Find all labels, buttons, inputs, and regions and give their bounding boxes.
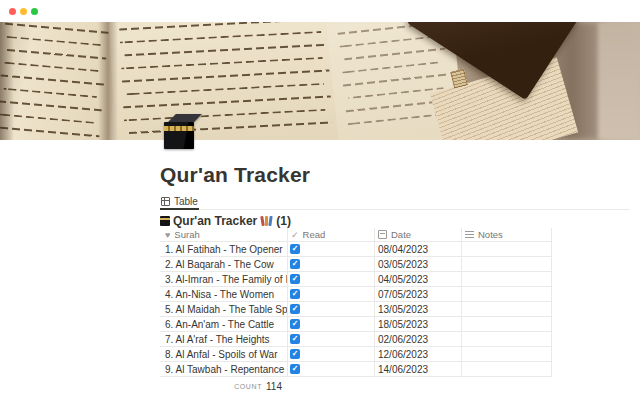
table-row[interactable]: 1. Al Fatihah - The Opener 08/04/2023 xyxy=(160,242,552,257)
read-cell xyxy=(288,257,375,271)
page-title: Qur'an Tracker xyxy=(160,162,632,187)
read-checkbox[interactable] xyxy=(290,319,300,329)
notes-cell[interactable] xyxy=(462,272,552,286)
surah-cell[interactable]: 1. Al Fatihah - The Opener xyxy=(160,242,288,256)
surah-cell[interactable]: 6. An-An'am - The Cattle xyxy=(160,317,288,331)
cover-script-line xyxy=(124,44,328,57)
surah-cell[interactable]: 5. Al Maidah - The Table Spread xyxy=(160,302,288,316)
tab-table[interactable]: Table xyxy=(160,194,199,210)
table-row[interactable]: 6. An-An'am - The Cattle 18/05/2023 xyxy=(160,317,552,332)
cover-script-line xyxy=(0,74,104,85)
read-cell xyxy=(288,242,375,256)
date-cell[interactable]: 04/05/2023 xyxy=(375,272,462,286)
date-cell[interactable]: 08/04/2023 xyxy=(375,242,462,256)
cover-script-line xyxy=(344,48,446,61)
read-checkbox[interactable] xyxy=(290,349,300,359)
table-row[interactable]: 9. Al Tawbah - Repentance 14/06/2023 xyxy=(160,362,552,377)
page-content: Qur'an Tracker Table Qur'an Tracker (1) … xyxy=(160,140,632,392)
cover-edge-shadow xyxy=(0,22,14,140)
table-row[interactable]: 5. Al Maidah - The Table Spread 13/05/20… xyxy=(160,302,552,317)
notes-cell[interactable] xyxy=(462,317,552,331)
notes-cell[interactable] xyxy=(462,242,552,256)
date-cell[interactable]: 07/05/2023 xyxy=(375,287,462,301)
cover-background-strip xyxy=(598,22,640,140)
cover-spine-shadow xyxy=(98,22,118,140)
notes-cell[interactable] xyxy=(462,362,552,376)
date-cell[interactable]: 13/05/2023 xyxy=(375,302,462,316)
date-cell[interactable]: 14/06/2023 xyxy=(375,362,462,376)
column-label: Surah xyxy=(174,229,199,240)
view-tabs-bar: Table xyxy=(160,193,630,210)
notes-cell[interactable] xyxy=(462,287,552,301)
close-window-button[interactable] xyxy=(9,8,16,15)
table-row[interactable]: 3. Al-Imran - The Family of Imran 04/05/… xyxy=(160,272,552,287)
cover-script-line xyxy=(4,36,102,47)
cover-script-line xyxy=(347,113,447,125)
count-label: COUNT xyxy=(234,383,262,390)
read-cell xyxy=(288,347,375,361)
cover-script-line xyxy=(128,121,332,134)
calendar-icon xyxy=(378,230,387,239)
cover-script-line xyxy=(5,23,109,34)
read-cell xyxy=(288,332,375,346)
column-header-notes[interactable]: Notes xyxy=(462,228,552,241)
cover-script-line xyxy=(0,113,95,124)
column-header-read[interactable]: Read xyxy=(288,228,375,241)
date-cell[interactable]: 18/05/2023 xyxy=(375,317,462,331)
cover-script-line xyxy=(126,83,324,95)
read-checkbox[interactable] xyxy=(290,289,300,299)
read-cell xyxy=(288,302,375,316)
notes-cell[interactable] xyxy=(462,257,552,271)
cover-script-line xyxy=(343,73,449,86)
table-header-row: Surah Read Date Notes xyxy=(160,228,552,242)
surah-cell[interactable]: 8. Al Anfal - Spoils of War xyxy=(160,347,288,361)
read-checkbox[interactable] xyxy=(290,274,300,284)
tab-label: Table xyxy=(174,196,198,207)
read-cell xyxy=(288,272,375,286)
read-checkbox[interactable] xyxy=(290,304,300,314)
notes-cell[interactable] xyxy=(462,302,552,316)
notes-cell[interactable] xyxy=(462,332,552,346)
surah-cell[interactable]: 7. Al A'raf - The Heights xyxy=(160,332,288,346)
column-header-surah[interactable]: Surah xyxy=(160,228,288,241)
table-row[interactable]: 2. Al Baqarah - The Cow 03/05/2023 xyxy=(160,257,552,272)
read-cell xyxy=(288,287,375,301)
surah-cell[interactable]: 2. Al Baqarah - The Cow xyxy=(160,257,288,271)
cover-script-line xyxy=(2,62,100,73)
column-header-date[interactable]: Date xyxy=(375,228,462,241)
count-value: 114 xyxy=(266,381,282,392)
table-row[interactable]: 4. An-Nisa - The Women 07/05/2023 xyxy=(160,287,552,302)
database-count-badge: (1) xyxy=(276,214,291,228)
minimize-window-button[interactable] xyxy=(20,8,27,15)
cover-script-line xyxy=(341,61,441,73)
database-table: Surah Read Date Notes 1. Al Fatihah - Th… xyxy=(160,228,552,392)
books-icon xyxy=(261,215,273,226)
table-count-footer[interactable]: COUNT 114 xyxy=(160,380,288,392)
date-cell[interactable]: 03/05/2023 xyxy=(375,257,462,271)
heart-icon xyxy=(165,229,170,240)
cover-script-line xyxy=(0,127,100,138)
table-row[interactable]: 8. Al Anfal - Spoils of War 12/06/2023 xyxy=(160,347,552,362)
zoom-window-button[interactable] xyxy=(31,8,38,15)
date-cell[interactable]: 02/06/2023 xyxy=(375,332,462,346)
notion-window: Qur'an Tracker Table Qur'an Tracker (1) … xyxy=(0,0,640,400)
surah-cell[interactable]: 3. Al-Imran - The Family of Imran xyxy=(160,272,288,286)
cover-script-line xyxy=(119,22,327,31)
read-checkbox[interactable] xyxy=(290,259,300,269)
notes-cell[interactable] xyxy=(462,347,552,361)
read-checkbox[interactable] xyxy=(290,244,300,254)
database-title-text: Qur'an Tracker xyxy=(173,214,257,228)
read-checkbox[interactable] xyxy=(290,334,300,344)
page-icon-kaaba[interactable] xyxy=(162,114,200,152)
page-cover-image[interactable] xyxy=(0,22,640,140)
table-row[interactable]: 7. Al A'raf - The Heights 02/06/2023 xyxy=(160,332,552,347)
cover-script-line xyxy=(123,96,331,109)
column-label: Date xyxy=(391,229,411,240)
kaaba-icon-top xyxy=(168,114,202,122)
surah-cell[interactable]: 4. An-Nisa - The Women xyxy=(160,287,288,301)
cover-script-line xyxy=(121,57,323,70)
database-title[interactable]: Qur'an Tracker (1) xyxy=(160,213,632,228)
read-checkbox[interactable] xyxy=(290,364,300,374)
date-cell[interactable]: 12/06/2023 xyxy=(375,347,462,361)
surah-cell[interactable]: 9. Al Tawbah - Repentance xyxy=(160,362,288,376)
